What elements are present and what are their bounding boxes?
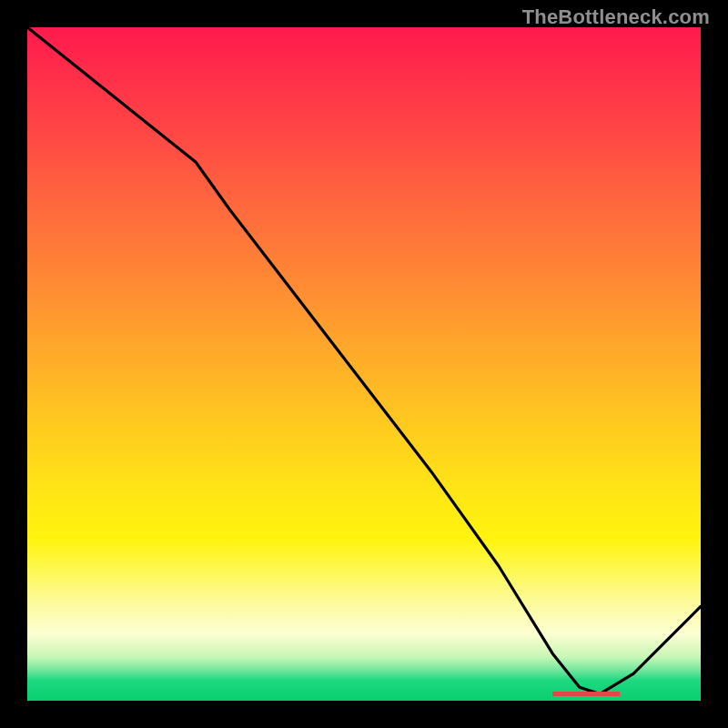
chart-series-line (27, 27, 701, 694)
chart-svg-layer (27, 27, 701, 701)
watermark-text: TheBottleneck.com (522, 5, 710, 29)
